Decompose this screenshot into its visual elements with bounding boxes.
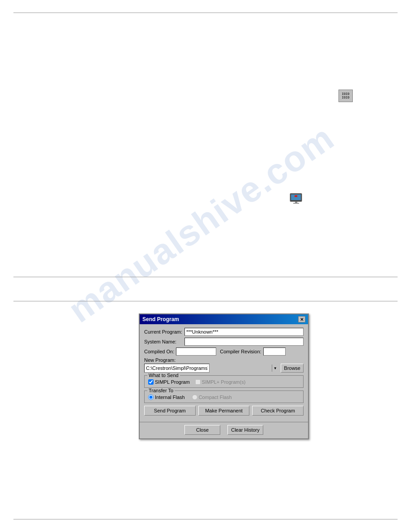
current-program-input[interactable] xyxy=(184,328,304,336)
svg-rect-4 xyxy=(293,203,299,204)
mid-rule xyxy=(13,277,398,277)
check-program-button[interactable]: Check Program xyxy=(252,406,304,416)
io-icon: IOIO IOIO xyxy=(338,90,353,102)
send-program-dialog: Send Program ✕ Current Program: System N… xyxy=(139,313,309,439)
simpl-plus-checkbox[interactable] xyxy=(195,379,201,385)
dialog-footer: Close Clear History xyxy=(140,422,308,438)
clear-history-button[interactable]: Clear History xyxy=(227,425,263,435)
new-program-label: New Program: xyxy=(144,357,304,363)
dialog-body: Current Program: System Name: Compiled O… xyxy=(140,324,308,422)
svg-rect-2 xyxy=(295,195,297,197)
io-icon-graphic: IOIO IOIO xyxy=(338,90,353,102)
dialog-titlebar: Send Program ✕ xyxy=(140,314,308,324)
mid-rule2 xyxy=(13,301,398,301)
simpl-program-checkbox[interactable] xyxy=(148,379,154,385)
dropdown-arrow-icon: ▼ xyxy=(272,365,278,372)
compiler-revision-input[interactable] xyxy=(263,348,286,356)
svg-rect-3 xyxy=(295,202,297,203)
dialog-title: Send Program xyxy=(142,316,179,322)
dialog-close-button[interactable]: ✕ xyxy=(298,316,305,322)
close-button[interactable]: Close xyxy=(184,425,220,435)
computer-icon xyxy=(289,193,304,205)
simpl-program-label: SIMPL Program xyxy=(155,379,190,385)
bottom-rule xyxy=(13,519,398,519)
transfer-to-radios: Internal Flash Compact Flash xyxy=(148,395,300,400)
transfer-to-title: Transfer To xyxy=(147,388,175,393)
what-to-send-title: What to Send xyxy=(147,373,180,378)
watermark-text: manualshive.com xyxy=(61,117,342,331)
svg-rect-1 xyxy=(291,194,301,200)
new-program-path-input[interactable] xyxy=(144,364,210,373)
system-name-input[interactable] xyxy=(184,338,304,346)
compiler-revision-label: Compiler Revision: xyxy=(220,349,261,354)
new-program-select-wrapper: ▼ xyxy=(144,364,279,373)
what-to-send-group: What to Send SIMPL Program SIMPL+ Progra… xyxy=(144,375,304,388)
internal-flash-radio[interactable] xyxy=(148,395,154,400)
transfer-to-group: Transfer To Internal Flash Compact Flash xyxy=(144,390,304,403)
simpl-program-checkbox-item[interactable]: SIMPL Program xyxy=(148,379,190,385)
system-name-label: System Name: xyxy=(144,339,184,344)
internal-flash-radio-item[interactable]: Internal Flash xyxy=(148,395,185,400)
current-program-row: Current Program: xyxy=(144,328,304,336)
new-program-row: ▼ Browse xyxy=(144,364,304,373)
compact-flash-radio-item: Compact Flash xyxy=(192,395,232,400)
compiled-row: Compiled On: Compiler Revision: xyxy=(144,348,304,356)
simpl-plus-checkbox-item: SIMPL+ Program(s) xyxy=(195,379,246,385)
internal-flash-label: Internal Flash xyxy=(155,395,185,400)
compact-flash-label: Compact Flash xyxy=(199,395,232,400)
compact-flash-radio[interactable] xyxy=(192,395,197,400)
action-buttons-row: Send Program Make Permanent Check Progra… xyxy=(144,406,304,416)
what-to-send-checkboxes: SIMPL Program SIMPL+ Program(s) xyxy=(148,379,300,385)
computer-icon-graphic xyxy=(289,193,304,205)
system-name-row: System Name: xyxy=(144,338,304,346)
send-program-button[interactable]: Send Program xyxy=(144,406,196,416)
current-program-label: Current Program: xyxy=(144,329,184,335)
compiled-on-label: Compiled On: xyxy=(144,349,174,354)
browse-button[interactable]: Browse xyxy=(281,364,304,373)
compiled-on-input[interactable] xyxy=(176,348,216,356)
make-permanent-button[interactable]: Make Permanent xyxy=(198,406,250,416)
simpl-plus-label: SIMPL+ Program(s) xyxy=(202,379,246,385)
top-rule xyxy=(13,13,398,13)
